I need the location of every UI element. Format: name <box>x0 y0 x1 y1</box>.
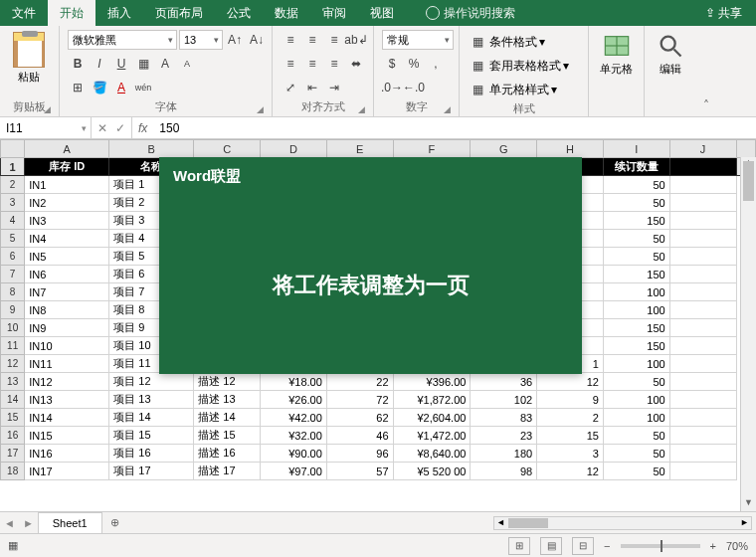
sheet-nav-next-icon[interactable]: ► <box>19 517 38 529</box>
border-icon[interactable]: ▦ <box>133 54 153 74</box>
record-macro-icon[interactable]: ▦ <box>8 539 18 552</box>
dec-decimal-icon[interactable]: ←.0 <box>404 78 424 97</box>
indent-inc-icon[interactable]: ⇥ <box>324 78 344 97</box>
font-shrink-icon[interactable]: A <box>177 54 197 74</box>
cond-format-icon: ▦ <box>468 32 487 52</box>
comma-icon[interactable]: , <box>426 54 446 74</box>
fill-color-icon[interactable]: 🪣 <box>90 78 109 97</box>
underline-icon[interactable]: U <box>111 54 131 74</box>
tab-formula[interactable]: 公式 <box>215 0 263 26</box>
tab-layout[interactable]: 页面布局 <box>143 0 215 26</box>
overlay-message: 将工作表调整为一页 <box>159 196 582 374</box>
overlay-banner: Word联盟 将工作表调整为一页 <box>159 157 582 374</box>
dialog-launcher-icon[interactable]: ◢ <box>257 104 264 114</box>
align-center-icon[interactable]: ≡ <box>302 54 322 74</box>
align-bottom-icon[interactable]: ≡ <box>324 30 344 50</box>
format-as-table-button[interactable]: ▦套用表格格式 ▾ <box>468 56 569 76</box>
align-top-icon[interactable]: ≡ <box>281 30 300 50</box>
merge-icon[interactable]: ⬌ <box>346 54 366 74</box>
ribbon: 粘贴 剪贴板◢ 微软雅黑13A↑A↓ BIU▦AA ⊞🪣Awén 字体◢ ≡≡≡… <box>0 26 756 117</box>
svg-line-4 <box>674 50 681 57</box>
conditional-format-button[interactable]: ▦条件格式 ▾ <box>468 32 545 52</box>
dialog-launcher-icon[interactable]: ◢ <box>44 104 51 114</box>
vertical-scrollbar[interactable]: ▲ ▼ <box>740 157 756 511</box>
align-right-icon[interactable]: ≡ <box>324 54 344 74</box>
tab-insert[interactable]: 插入 <box>95 0 143 26</box>
cells-icon <box>603 32 631 60</box>
currency-icon[interactable]: $ <box>382 54 402 74</box>
cell-styles-button[interactable]: ▦单元格样式 ▾ <box>468 80 557 99</box>
dialog-launcher-icon[interactable]: ◢ <box>444 104 451 114</box>
page-layout-view-icon[interactable]: ▤ <box>540 537 562 555</box>
cell-style-icon: ▦ <box>468 80 487 99</box>
font-grow-icon[interactable]: A <box>155 54 175 74</box>
font-name-select[interactable]: 微软雅黑 <box>68 30 177 50</box>
tab-review[interactable]: 审阅 <box>310 0 358 26</box>
align-left-icon[interactable]: ≡ <box>281 54 300 74</box>
tab-data[interactable]: 数据 <box>263 0 310 26</box>
zoom-in-icon[interactable]: + <box>710 540 716 552</box>
cells-button[interactable]: 单元格 <box>597 30 636 77</box>
fx-icon[interactable]: fx <box>132 117 153 138</box>
scroll-thumb[interactable] <box>743 161 754 201</box>
enter-icon[interactable]: ✓ <box>115 121 125 135</box>
share-button[interactable]: ⇪ 共享 <box>691 5 756 22</box>
horizontal-scrollbar[interactable]: ◄► <box>493 516 752 530</box>
percent-icon[interactable]: % <box>404 54 424 74</box>
page-break-view-icon[interactable]: ⊟ <box>572 537 594 555</box>
formula-bar: I11 ✕✓ fx 150 <box>0 117 756 139</box>
zoom-slider[interactable] <box>621 544 700 548</box>
name-box[interactable]: I11 <box>0 117 92 138</box>
number-format-select[interactable]: 常规 <box>382 30 454 50</box>
formula-input[interactable]: 150 <box>153 117 756 138</box>
zoom-level[interactable]: 70% <box>726 540 748 552</box>
font-size-select[interactable]: 13 <box>179 30 223 50</box>
tab-view[interactable]: 视图 <box>358 0 406 26</box>
scroll-down-icon[interactable]: ▼ <box>741 497 756 511</box>
overlay-brand: Word联盟 <box>159 157 582 196</box>
indent-dec-icon[interactable]: ⇤ <box>302 78 322 97</box>
wrap-text-icon[interactable]: ab↲ <box>346 30 366 50</box>
find-icon <box>657 32 684 60</box>
lightbulb-icon <box>426 6 440 20</box>
cancel-icon[interactable]: ✕ <box>97 121 107 135</box>
align-middle-icon[interactable]: ≡ <box>302 30 322 50</box>
zoom-out-icon[interactable]: − <box>604 540 610 552</box>
menu-bar: 文件 开始 插入 页面布局 公式 数据 审阅 视图 操作说明搜索 ⇪ 共享 <box>0 0 756 26</box>
normal-view-icon[interactable]: ⊞ <box>508 537 530 555</box>
increase-font-icon[interactable]: A↑ <box>225 30 245 50</box>
orientation-icon[interactable]: ⤢ <box>281 78 300 97</box>
sheet-tab-bar: ◄ ► Sheet1 ⊕ ◄► <box>0 511 756 533</box>
phonetic-icon[interactable]: wén <box>133 78 153 97</box>
font-color-icon[interactable]: A <box>111 78 131 97</box>
new-sheet-icon[interactable]: ⊕ <box>102 516 127 529</box>
edit-button[interactable]: 编辑 <box>653 30 688 77</box>
status-bar: ▦ ⊞ ▤ ⊟ − + 70% <box>0 533 756 557</box>
spreadsheet-grid[interactable]: ABCDEFGHIJ1库存 ID名称续订数量2IN1项目 1503IN2项目 2… <box>0 139 756 511</box>
tab-file[interactable]: 文件 <box>0 0 48 26</box>
tab-home[interactable]: 开始 <box>48 0 95 26</box>
tell-me-search[interactable]: 操作说明搜索 <box>414 0 527 26</box>
italic-icon[interactable]: I <box>90 54 109 74</box>
bold-icon[interactable]: B <box>68 54 88 74</box>
decrease-font-icon[interactable]: A↓ <box>247 30 267 50</box>
border-bottom-icon[interactable]: ⊞ <box>68 78 88 97</box>
sheet-tab[interactable]: Sheet1 <box>38 512 102 533</box>
table-format-icon: ▦ <box>468 56 487 76</box>
svg-point-3 <box>662 37 675 51</box>
paste-icon <box>13 32 45 68</box>
sheet-nav-prev-icon[interactable]: ◄ <box>0 517 19 529</box>
inc-decimal-icon[interactable]: .0→ <box>382 78 402 97</box>
collapse-ribbon-icon[interactable]: ˄ <box>696 26 716 116</box>
paste-button[interactable]: 粘贴 <box>8 30 50 85</box>
dialog-launcher-icon[interactable]: ◢ <box>358 104 365 114</box>
